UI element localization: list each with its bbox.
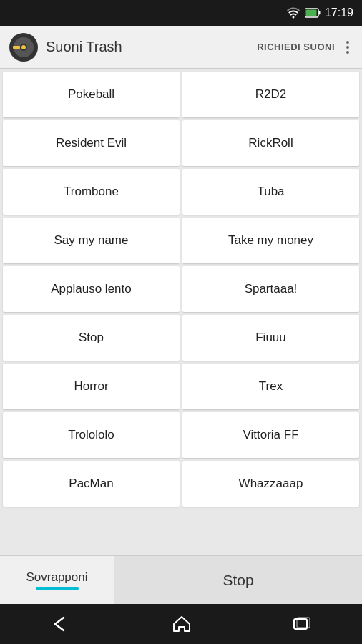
recents-button[interactable] <box>278 610 326 638</box>
nav-bar <box>0 604 362 644</box>
sound-button-tuba[interactable]: Tuba <box>182 169 359 215</box>
home-button[interactable] <box>158 610 205 638</box>
sound-button-applauso-lento[interactable]: Applauso lento <box>3 266 180 312</box>
grid-row-5: StopFiuuu <box>3 315 359 361</box>
svg-rect-2 <box>305 10 316 16</box>
grid-row-6: HorrorTrex <box>3 364 359 409</box>
grid-row-7: TrolololoVittoria FF <box>3 412 359 458</box>
sound-button-whazzaaap[interactable]: Whazzaaap <box>182 461 359 507</box>
sound-button-trolololo[interactable]: Trolololo <box>3 412 180 458</box>
sound-button-resident-evil[interactable]: Resident Evil <box>3 120 180 166</box>
sound-button-rickroll[interactable]: RickRoll <box>182 120 359 166</box>
richiedi-suoni-button[interactable]: RICHIEDI SUONI <box>250 36 342 58</box>
sound-button-trombone[interactable]: Trombone <box>3 169 180 215</box>
back-button[interactable] <box>36 610 85 638</box>
sound-button-horror[interactable]: Horror <box>3 364 180 409</box>
sound-button-vittoria-ff[interactable]: Vittoria FF <box>182 412 359 458</box>
svg-rect-7 <box>13 46 20 49</box>
grid-row-1: Resident EvilRickRoll <box>3 120 359 166</box>
grid-row-3: Say my nameTake my money <box>3 218 359 263</box>
sovrapponi-button[interactable]: Sovrapponi <box>0 556 114 604</box>
app-bar: Suoni Trash RICHIEDI SUONI <box>0 26 362 69</box>
sound-button-trex[interactable]: Trex <box>182 364 359 409</box>
stop-button[interactable]: Stop <box>114 556 362 604</box>
sound-button-pacman[interactable]: PacMan <box>3 461 180 507</box>
sound-grid: PokeballR2D2Resident EvilRickRollTrombon… <box>0 69 362 555</box>
sound-button-stop[interactable]: Stop <box>3 315 180 361</box>
grid-row-2: TromboneTuba <box>3 169 359 215</box>
wifi-icon <box>286 7 300 19</box>
grid-row-4: Applauso lentoSpartaaa! <box>3 266 359 312</box>
status-time: 17:19 <box>325 6 353 19</box>
sovrapponi-underline <box>36 587 79 590</box>
sound-button-pokeball[interactable]: Pokeball <box>3 72 180 117</box>
sound-button-say-my-name[interactable]: Say my name <box>3 218 180 263</box>
more-options-icon[interactable] <box>342 35 353 59</box>
sound-button-fiuuu[interactable]: Fiuuu <box>182 315 359 361</box>
status-bar: 17:19 <box>0 0 362 26</box>
bottom-bar: Sovrapponi Stop <box>0 555 362 604</box>
status-icons: 17:19 <box>286 6 353 19</box>
grid-row-8: PacManWhazzaaap <box>3 461 359 507</box>
sound-button-take-my-money[interactable]: Take my money <box>182 218 359 263</box>
sound-button-spartaaa![interactable]: Spartaaa! <box>182 266 359 312</box>
app-title: Suoni Trash <box>46 39 250 55</box>
sound-button-r2d2[interactable]: R2D2 <box>182 72 359 117</box>
svg-rect-1 <box>318 11 320 15</box>
battery-icon <box>305 8 321 18</box>
app-logo <box>9 32 39 62</box>
svg-point-6 <box>21 45 26 49</box>
grid-row-0: PokeballR2D2 <box>3 72 359 117</box>
